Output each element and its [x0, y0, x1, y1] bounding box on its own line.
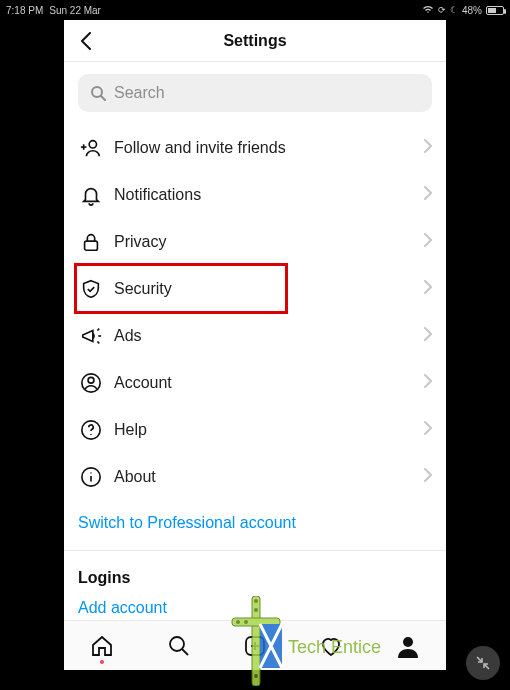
svg-line-8: [97, 341, 99, 343]
header: Settings: [64, 20, 446, 62]
settings-item-label: Help: [114, 421, 424, 439]
svg-point-12: [90, 433, 91, 434]
settings-item-label: Account: [114, 374, 424, 392]
app-window: Settings Search Follow and invite friend…: [64, 20, 446, 670]
chevron-right-icon: [424, 421, 432, 439]
settings-item-follow-invite[interactable]: Follow and invite friends: [78, 124, 432, 171]
chevron-right-icon: [424, 327, 432, 345]
settings-item-notifications[interactable]: Notifications: [78, 171, 432, 218]
settings-item-label: About: [114, 468, 424, 486]
chevron-right-icon: [424, 374, 432, 392]
svg-line-1: [101, 96, 105, 100]
status-battery-pct: 48%: [462, 5, 482, 16]
orientation-lock-icon: ⟳: [438, 5, 446, 15]
collapse-fab[interactable]: [466, 646, 500, 680]
help-icon: [78, 419, 104, 441]
shield-icon: [78, 278, 104, 300]
lock-icon: [78, 231, 104, 253]
chevron-right-icon: [424, 468, 432, 486]
settings-item-label: Notifications: [114, 186, 424, 204]
settings-item-ads[interactable]: Ads: [78, 312, 432, 359]
chevron-right-icon: [424, 139, 432, 157]
switch-professional-link[interactable]: Switch to Professional account: [78, 500, 432, 550]
settings-list: Follow and invite friends Notifications …: [78, 124, 432, 500]
chevron-right-icon: [424, 280, 432, 298]
battery-icon: [486, 6, 504, 15]
tab-home[interactable]: [89, 633, 115, 659]
svg-point-2: [89, 140, 96, 147]
settings-item-about[interactable]: About: [78, 453, 432, 500]
status-time: 7:18 PM: [6, 5, 43, 16]
tab-profile[interactable]: [395, 633, 421, 659]
svg-point-10: [88, 377, 94, 383]
tab-activity[interactable]: [318, 633, 344, 659]
status-date: Sun 22 Mar: [49, 5, 101, 16]
add-account-link[interactable]: Add account: [78, 599, 432, 620]
dnd-icon: ☾: [450, 5, 458, 15]
settings-item-label: Ads: [114, 327, 424, 345]
bell-icon: [78, 184, 104, 206]
settings-item-help[interactable]: Help: [78, 406, 432, 453]
tab-home-indicator: [100, 660, 104, 664]
tab-search[interactable]: [166, 633, 192, 659]
search-icon: [90, 85, 106, 101]
megaphone-icon: [78, 325, 104, 347]
svg-point-16: [170, 637, 184, 651]
status-bar: 7:18 PM Sun 22 Mar ⟳ ☾ 48%: [0, 0, 510, 20]
settings-item-label: Security: [114, 280, 424, 298]
svg-rect-5: [85, 241, 98, 250]
info-icon: [78, 466, 104, 488]
settings-item-privacy[interactable]: Privacy: [78, 218, 432, 265]
settings-item-account[interactable]: Account: [78, 359, 432, 406]
svg-point-21: [403, 637, 413, 647]
tab-bar: [64, 620, 446, 670]
svg-line-6: [97, 328, 99, 330]
svg-point-14: [90, 472, 91, 473]
page-title: Settings: [223, 32, 286, 50]
logins-section-title: Logins: [78, 551, 432, 599]
settings-item-label: Follow and invite friends: [114, 139, 424, 157]
search-placeholder: Search: [114, 84, 165, 102]
chevron-right-icon: [424, 186, 432, 204]
search-input[interactable]: Search: [78, 74, 432, 112]
settings-item-security[interactable]: Security: [78, 265, 432, 312]
account-icon: [78, 372, 104, 394]
tab-create[interactable]: [242, 633, 268, 659]
back-button[interactable]: [78, 33, 94, 49]
svg-point-26: [254, 674, 258, 678]
content-area: Search Follow and invite friends Notific…: [64, 62, 446, 620]
settings-item-label: Privacy: [114, 233, 424, 251]
chevron-right-icon: [424, 233, 432, 251]
follow-invite-icon: [78, 137, 104, 159]
wifi-icon: [422, 5, 434, 16]
svg-line-17: [182, 649, 188, 655]
